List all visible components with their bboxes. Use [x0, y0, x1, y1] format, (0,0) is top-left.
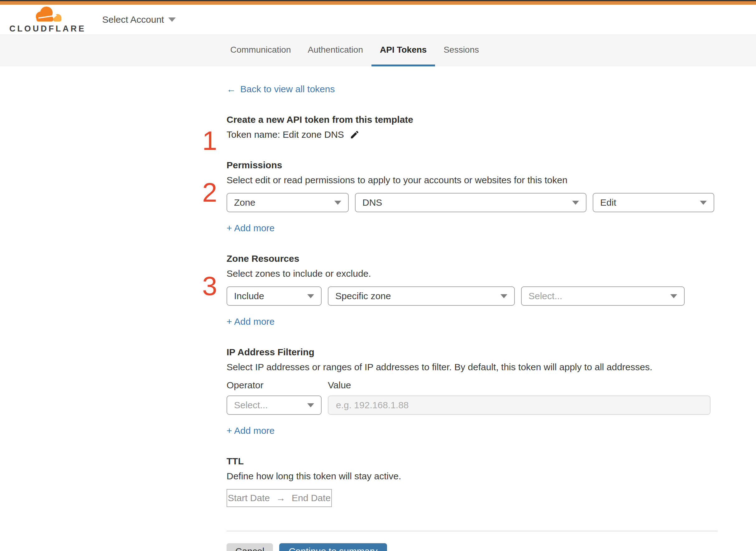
- ttl-section: TTL Define how long this token will stay…: [226, 456, 714, 507]
- cancel-button[interactable]: Cancel: [226, 543, 273, 551]
- date-range-picker[interactable]: Start Date → End Date: [226, 489, 332, 507]
- tab-communication[interactable]: Communication: [222, 35, 299, 66]
- form-actions: Cancel Continue to summary: [226, 543, 714, 551]
- zone-type-value: Specific zone: [335, 291, 391, 302]
- chevron-down-icon: [307, 294, 314, 298]
- edit-pencil-icon[interactable]: [349, 130, 359, 140]
- profile-tab-bar: Communication Authentication API Tokens …: [0, 35, 756, 66]
- permission-scope-value: Zone: [234, 197, 255, 208]
- app-header: CLOUDFLARE Select Account: [0, 5, 756, 35]
- continue-to-summary-button[interactable]: Continue to summary: [279, 543, 387, 551]
- step-number-1: 1: [202, 129, 217, 153]
- permissions-add-more-link[interactable]: + Add more: [226, 223, 274, 233]
- zone-type-select[interactable]: Specific zone: [328, 287, 515, 306]
- zone-resources-section: 3 Zone Resources Select zones to include…: [226, 253, 714, 327]
- back-arrow-icon: ←: [226, 84, 236, 94]
- back-to-tokens-link[interactable]: ← Back to view all tokens: [226, 84, 335, 94]
- ip-filtering-description: Select IP addresses or ranges of IP addr…: [226, 362, 714, 373]
- token-form: ← Back to view all tokens 1 Create a new…: [226, 66, 714, 551]
- ip-filtering-add-more-link[interactable]: + Add more: [226, 425, 274, 436]
- token-name-text: Token name: Edit zone DNS: [226, 129, 344, 140]
- tab-authentication[interactable]: Authentication: [299, 35, 371, 66]
- tab-api-tokens[interactable]: API Tokens: [371, 35, 435, 66]
- permission-access-select[interactable]: Edit: [593, 193, 714, 212]
- ip-filtering-title: IP Address Filtering: [226, 347, 714, 358]
- create-token-title: Create a new API token from this templat…: [226, 114, 714, 125]
- zone-mode-select[interactable]: Include: [226, 287, 321, 306]
- chevron-down-icon: [670, 294, 677, 298]
- chevron-down-icon: [700, 201, 707, 205]
- cloudflare-logo[interactable]: CLOUDFLARE: [9, 6, 86, 34]
- chevron-down-icon: [168, 17, 176, 22]
- zone-resources-title: Zone Resources: [226, 253, 714, 264]
- footer-divider: [226, 531, 718, 531]
- tab-sessions[interactable]: Sessions: [435, 35, 487, 66]
- account-selector-label: Select Account: [102, 14, 164, 25]
- permissions-title: Permissions: [226, 160, 714, 170]
- operator-label: Operator: [226, 380, 321, 391]
- chevron-down-icon: [334, 201, 341, 205]
- logo-wordmark: CLOUDFLARE: [9, 24, 86, 34]
- chevron-down-icon: [501, 294, 507, 298]
- permission-access-value: Edit: [600, 197, 616, 208]
- back-link-label: Back to view all tokens: [240, 84, 335, 94]
- permissions-section: 2 Permissions Select edit or read permis…: [226, 160, 714, 233]
- arrow-right-icon: →: [276, 493, 285, 503]
- step-number-3: 3: [202, 274, 217, 298]
- zone-resources-add-more-link[interactable]: + Add more: [226, 316, 274, 327]
- ip-filtering-section: IP Address Filtering Select IP addresses…: [226, 347, 714, 436]
- permission-resource-value: DNS: [362, 197, 382, 208]
- permissions-description: Select edit or read permissions to apply…: [226, 175, 714, 185]
- account-selector[interactable]: Select Account: [102, 14, 176, 25]
- chevron-down-icon: [572, 201, 579, 205]
- brand-orange-bar: [0, 1, 756, 5]
- token-name-section: 1 Create a new API token from this templ…: [226, 114, 714, 140]
- zone-value-select[interactable]: Select...: [521, 287, 685, 306]
- zone-mode-value: Include: [234, 291, 264, 302]
- permission-resource-select[interactable]: DNS: [355, 193, 587, 212]
- zone-resources-description: Select zones to include or exclude.: [226, 268, 714, 279]
- ip-operator-placeholder: Select...: [234, 400, 268, 411]
- zone-value-placeholder: Select...: [529, 291, 562, 302]
- ip-operator-select[interactable]: Select...: [226, 396, 321, 415]
- ttl-description: Define how long this token will stay act…: [226, 471, 714, 482]
- step-number-2: 2: [202, 180, 217, 204]
- start-date-label: Start Date: [228, 493, 270, 503]
- permission-scope-select[interactable]: Zone: [226, 193, 349, 212]
- value-label: Value: [328, 380, 351, 391]
- end-date-label: End Date: [292, 493, 330, 503]
- ip-value-input[interactable]: [328, 396, 711, 415]
- cloudflare-cloud-icon: [31, 6, 64, 23]
- chevron-down-icon: [307, 403, 314, 407]
- ttl-title: TTL: [226, 456, 714, 467]
